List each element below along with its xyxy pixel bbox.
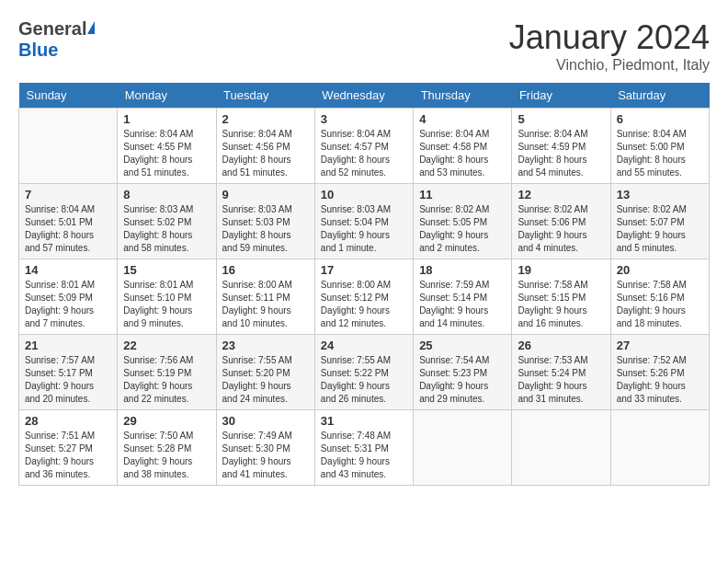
cell-info: Sunrise: 8:04 AM Sunset: 5:00 PM Dayligh… — [617, 128, 703, 179]
calendar-cell: 30Sunrise: 7:49 AM Sunset: 5:30 PM Dayli… — [216, 410, 314, 486]
cell-date-number: 1 — [123, 112, 210, 126]
cell-date-number: 23 — [222, 339, 309, 352]
cell-date-number: 30 — [222, 414, 309, 428]
cell-date-number: 10 — [321, 188, 407, 201]
calendar-cell: 9Sunrise: 8:03 AM Sunset: 5:03 PM Daylig… — [216, 184, 314, 259]
cell-info: Sunrise: 7:58 AM Sunset: 5:15 PM Dayligh… — [518, 279, 604, 330]
cell-info: Sunrise: 8:04 AM Sunset: 4:56 PM Dayligh… — [222, 128, 309, 179]
calendar-cell: 11Sunrise: 8:02 AM Sunset: 5:05 PM Dayli… — [414, 184, 512, 259]
day-header-monday: Monday — [118, 83, 216, 109]
calendar-cell: 27Sunrise: 7:52 AM Sunset: 5:26 PM Dayli… — [610, 335, 709, 410]
cell-info: Sunrise: 8:04 AM Sunset: 5:01 PM Dayligh… — [25, 203, 111, 255]
cell-date-number: 21 — [25, 339, 111, 352]
cell-date-number: 13 — [617, 188, 703, 201]
cell-date-number: 6 — [617, 112, 703, 126]
calendar-cell: 18Sunrise: 7:59 AM Sunset: 5:14 PM Dayli… — [414, 259, 512, 335]
calendar-cell: 2Sunrise: 8:04 AM Sunset: 4:56 PM Daylig… — [216, 109, 314, 184]
day-header-tuesday: Tuesday — [216, 83, 314, 109]
calendar-cell: 26Sunrise: 7:53 AM Sunset: 5:24 PM Dayli… — [512, 335, 610, 410]
logo: General Blue — [18, 18, 95, 61]
calendar-cell: 29Sunrise: 7:50 AM Sunset: 5:28 PM Dayli… — [118, 410, 216, 486]
cell-info: Sunrise: 8:01 AM Sunset: 5:09 PM Dayligh… — [25, 279, 111, 330]
week-row-4: 21Sunrise: 7:57 AM Sunset: 5:17 PM Dayli… — [19, 335, 710, 410]
calendar-cell: 1Sunrise: 8:04 AM Sunset: 4:55 PM Daylig… — [118, 109, 216, 184]
calendar-cell: 19Sunrise: 7:58 AM Sunset: 5:15 PM Dayli… — [512, 259, 610, 335]
cell-info: Sunrise: 8:02 AM Sunset: 5:06 PM Dayligh… — [518, 203, 604, 255]
cell-date-number: 12 — [518, 188, 604, 201]
cell-date-number: 7 — [25, 188, 111, 201]
cell-date-number: 14 — [25, 263, 111, 277]
cell-date-number: 20 — [617, 263, 703, 277]
cell-date-number: 5 — [518, 112, 604, 126]
cell-info: Sunrise: 8:03 AM Sunset: 5:03 PM Dayligh… — [222, 203, 309, 255]
cell-info: Sunrise: 7:57 AM Sunset: 5:17 PM Dayligh… — [25, 354, 111, 406]
cell-info: Sunrise: 7:54 AM Sunset: 5:23 PM Dayligh… — [419, 354, 506, 406]
cell-info: Sunrise: 7:50 AM Sunset: 5:28 PM Dayligh… — [123, 430, 210, 481]
cell-info: Sunrise: 8:04 AM Sunset: 4:57 PM Dayligh… — [321, 128, 407, 179]
calendar-cell: 24Sunrise: 7:55 AM Sunset: 5:22 PM Dayli… — [314, 335, 413, 410]
cell-date-number: 26 — [518, 339, 604, 352]
cell-info: Sunrise: 7:52 AM Sunset: 5:26 PM Dayligh… — [617, 354, 703, 406]
cell-info: Sunrise: 8:03 AM Sunset: 5:04 PM Dayligh… — [321, 203, 407, 255]
calendar-table: SundayMondayTuesdayWednesdayThursdayFrid… — [18, 83, 710, 486]
cell-info: Sunrise: 7:55 AM Sunset: 5:22 PM Dayligh… — [321, 354, 407, 406]
cell-date-number: 24 — [321, 339, 407, 352]
cell-info: Sunrise: 8:04 AM Sunset: 4:59 PM Dayligh… — [518, 128, 604, 179]
calendar-cell: 23Sunrise: 7:55 AM Sunset: 5:20 PM Dayli… — [216, 335, 314, 410]
cell-info: Sunrise: 8:04 AM Sunset: 4:55 PM Dayligh… — [123, 128, 210, 179]
cell-date-number: 18 — [419, 263, 506, 277]
cell-info: Sunrise: 7:55 AM Sunset: 5:20 PM Dayligh… — [222, 354, 309, 406]
calendar-cell — [610, 410, 709, 486]
cell-info: Sunrise: 7:56 AM Sunset: 5:19 PM Dayligh… — [123, 354, 210, 406]
cell-info: Sunrise: 7:58 AM Sunset: 5:16 PM Dayligh… — [617, 279, 703, 330]
calendar-cell: 15Sunrise: 8:01 AM Sunset: 5:10 PM Dayli… — [118, 259, 216, 335]
cell-info: Sunrise: 8:04 AM Sunset: 4:58 PM Dayligh… — [419, 128, 506, 179]
page-header: General Blue January 2024 Vinchio, Piedm… — [18, 18, 710, 74]
cell-date-number: 17 — [321, 263, 407, 277]
week-row-3: 14Sunrise: 8:01 AM Sunset: 5:09 PM Dayli… — [19, 259, 710, 335]
header-row: SundayMondayTuesdayWednesdayThursdayFrid… — [19, 83, 710, 109]
cell-info: Sunrise: 8:00 AM Sunset: 5:12 PM Dayligh… — [321, 279, 407, 330]
cell-date-number: 4 — [419, 112, 506, 126]
week-row-2: 7Sunrise: 8:04 AM Sunset: 5:01 PM Daylig… — [19, 184, 710, 259]
calendar-cell: 3Sunrise: 8:04 AM Sunset: 4:57 PM Daylig… — [314, 109, 413, 184]
logo-general: General — [18, 18, 86, 40]
calendar-cell: 25Sunrise: 7:54 AM Sunset: 5:23 PM Dayli… — [414, 335, 512, 410]
cell-info: Sunrise: 7:48 AM Sunset: 5:31 PM Dayligh… — [321, 430, 407, 481]
cell-date-number: 27 — [617, 339, 703, 352]
calendar-cell: 5Sunrise: 8:04 AM Sunset: 4:59 PM Daylig… — [512, 109, 610, 184]
cell-date-number: 16 — [222, 263, 309, 277]
cell-date-number: 25 — [419, 339, 506, 352]
logo-triangle-icon — [87, 21, 95, 34]
cell-info: Sunrise: 8:02 AM Sunset: 5:07 PM Dayligh… — [617, 203, 703, 255]
cell-date-number: 28 — [25, 414, 111, 428]
cell-date-number: 2 — [222, 112, 309, 126]
week-row-1: 1Sunrise: 8:04 AM Sunset: 4:55 PM Daylig… — [19, 109, 710, 184]
calendar-title: January 2024 — [509, 18, 710, 57]
calendar-cell: 7Sunrise: 8:04 AM Sunset: 5:01 PM Daylig… — [19, 184, 118, 259]
cell-info: Sunrise: 8:01 AM Sunset: 5:10 PM Dayligh… — [123, 279, 210, 330]
calendar-cell: 22Sunrise: 7:56 AM Sunset: 5:19 PM Dayli… — [118, 335, 216, 410]
calendar-cell — [19, 109, 118, 184]
calendar-cell: 13Sunrise: 8:02 AM Sunset: 5:07 PM Dayli… — [610, 184, 709, 259]
calendar-cell: 17Sunrise: 8:00 AM Sunset: 5:12 PM Dayli… — [314, 259, 413, 335]
cell-info: Sunrise: 7:51 AM Sunset: 5:27 PM Dayligh… — [25, 430, 111, 481]
cell-date-number: 11 — [419, 188, 506, 201]
cell-info: Sunrise: 8:03 AM Sunset: 5:02 PM Dayligh… — [123, 203, 210, 255]
cell-date-number: 22 — [123, 339, 210, 352]
calendar-cell — [512, 410, 610, 486]
cell-date-number: 31 — [321, 414, 407, 428]
cell-date-number: 15 — [123, 263, 210, 277]
calendar-cell: 10Sunrise: 8:03 AM Sunset: 5:04 PM Dayli… — [314, 184, 413, 259]
day-header-saturday: Saturday — [610, 83, 709, 109]
day-header-friday: Friday — [512, 83, 610, 109]
cell-info: Sunrise: 8:02 AM Sunset: 5:05 PM Dayligh… — [419, 203, 506, 255]
logo-blue: Blue — [18, 40, 58, 61]
day-header-sunday: Sunday — [19, 83, 118, 109]
calendar-cell — [414, 410, 512, 486]
calendar-cell: 8Sunrise: 8:03 AM Sunset: 5:02 PM Daylig… — [118, 184, 216, 259]
cell-date-number: 9 — [222, 188, 309, 201]
calendar-subtitle: Vinchio, Piedmont, Italy — [509, 57, 710, 74]
calendar-cell: 12Sunrise: 8:02 AM Sunset: 5:06 PM Dayli… — [512, 184, 610, 259]
calendar-cell: 28Sunrise: 7:51 AM Sunset: 5:27 PM Dayli… — [19, 410, 118, 486]
